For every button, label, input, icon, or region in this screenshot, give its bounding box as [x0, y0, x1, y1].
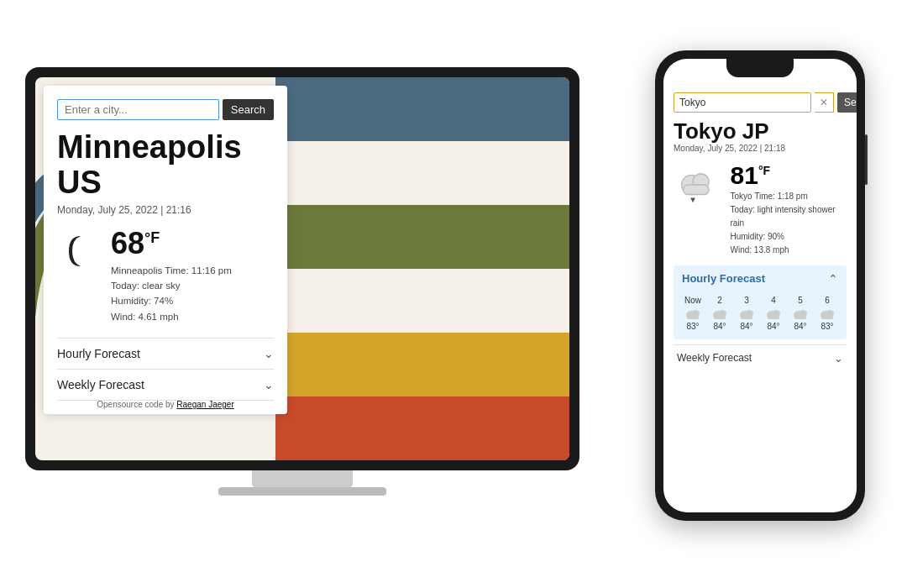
desktop-section: Search Minneapolis US Monday, July 25, 2… [25, 67, 579, 504]
hourly-cloud-icon [764, 307, 783, 320]
hourly-cloud-icon [684, 307, 702, 320]
desktop-hourly-chevron: ⌄ [264, 347, 274, 360]
phone-temperature: 81°F [731, 161, 847, 190]
desktop-footer-link[interactable]: Raegan Jaeger [176, 400, 233, 409]
phone-weather-main: 81°F Tokyo Time: 1:18 pm Today: light in… [674, 161, 847, 257]
list-item: 4 84° [764, 296, 783, 331]
phone-screen: ✕ Search Tokyo JP Monday, July 25, 2022 … [663, 59, 857, 512]
monitor-stand [252, 470, 353, 487]
stripe-blue [275, 77, 569, 141]
phone-content: ✕ Search Tokyo JP Monday, July 25, 2022 … [663, 59, 857, 512]
desktop-forecast-section: Hourly Forecast ⌄ Weekly Forecast ⌄ [57, 338, 274, 401]
hourly-cloud-icon [791, 307, 810, 320]
desktop-country: US [57, 165, 274, 201]
phone-hourly-section: Hourly Forecast ⌃ Now 83° [674, 265, 847, 339]
svg-rect-9 [714, 315, 726, 319]
desktop-hourly-row[interactable]: Hourly Forecast ⌄ [57, 339, 274, 370]
desktop-weather-card: Search Minneapolis US Monday, July 25, 2… [44, 86, 287, 414]
stripe-red [275, 396, 569, 460]
desktop-weekly-label: Weekly Forecast [57, 378, 144, 391]
desktop-datetime: Monday, July 25, 2022 | 21:16 [57, 204, 274, 216]
phone-temp-block: 81°F Tokyo Time: 1:18 pm Today: light in… [731, 161, 847, 257]
phone-clear-button[interactable]: ✕ [815, 92, 834, 113]
desktop-footer: Opensource code by Raegan Jaeger [44, 400, 287, 409]
phone-hourly-chevron-up: ⌃ [828, 272, 838, 286]
phone-hourly-label: Hourly Forecast [682, 272, 765, 285]
phone-search-button[interactable]: Search [837, 92, 857, 113]
phone-frame: ✕ Search Tokyo JP Monday, July 25, 2022 … [655, 50, 865, 521]
background-stripes [275, 77, 569, 460]
list-item: 5 84° [791, 296, 810, 331]
hourly-cloud-icon [737, 307, 756, 320]
phone-hourly-grid: Now 83° 2 [674, 292, 847, 339]
desktop-weather-icon [57, 229, 101, 273]
desktop-weekly-row[interactable]: Weekly Forecast ⌄ [57, 370, 274, 401]
svg-rect-12 [741, 315, 752, 319]
svg-rect-18 [794, 315, 806, 319]
list-item: 6 83° [818, 296, 836, 331]
phone-weather-details: Tokyo Time: 1:18 pm Today: light intensi… [731, 190, 847, 257]
svg-marker-3 [690, 197, 695, 202]
desktop-search-input[interactable] [57, 99, 219, 120]
phone-hourly-header[interactable]: Hourly Forecast ⌃ [674, 265, 847, 292]
list-item: 2 84° [710, 296, 729, 331]
phone-weekly-label: Weekly Forecast [677, 352, 752, 364]
phone-city: Tokyo JP [674, 119, 847, 144]
phone-notch [726, 59, 794, 77]
stripe-cream [275, 141, 569, 205]
stripe-cream2 [275, 269, 569, 333]
desktop-weather-details: Minneapolis Time: 11:16 pm Today: clear … [111, 263, 232, 325]
phone-datetime: Monday, July 25, 2022 | 21:18 [674, 144, 847, 153]
phone-search-input[interactable] [674, 92, 811, 113]
stripe-green [275, 205, 569, 269]
desktop-weekly-chevron: ⌄ [264, 378, 274, 391]
phone-search-row: ✕ Search [674, 92, 847, 113]
svg-rect-2 [684, 185, 710, 195]
desktop-hourly-label: Hourly Forecast [57, 347, 140, 360]
phone-power-button [865, 134, 868, 185]
desktop-search-button[interactable]: Search [223, 99, 274, 120]
hourly-cloud-icon [818, 307, 836, 320]
stripe-yellow [275, 333, 569, 396]
phone-weekly-section: Weekly Forecast ⌄ [674, 344, 847, 371]
phone-section: ✕ Search Tokyo JP Monday, July 25, 2022 … [655, 50, 865, 538]
monitor-base [218, 487, 386, 496]
desktop-city: Minneapolis [57, 130, 274, 165]
desktop-temp-block: 68°F Minneapolis Time: 11:16 pm Today: c… [111, 226, 232, 325]
phone-weather-icon [674, 161, 722, 212]
svg-rect-21 [821, 315, 833, 319]
desktop-search-row: Search [57, 99, 274, 120]
svg-rect-15 [768, 315, 779, 319]
list-item: 3 84° [737, 296, 756, 331]
phone-weekly-header[interactable]: Weekly Forecast ⌄ [674, 345, 847, 371]
monitor-screen: Search Minneapolis US Monday, July 25, 2… [35, 77, 569, 460]
desktop-temperature: 68°F [111, 226, 232, 261]
list-item: Now 83° [684, 296, 702, 331]
svg-rect-6 [687, 315, 699, 319]
phone-weekly-chevron: ⌄ [834, 352, 843, 365]
desktop-weather-main: 68°F Minneapolis Time: 11:16 pm Today: c… [57, 226, 274, 325]
hourly-cloud-icon [710, 307, 729, 320]
monitor-frame: Search Minneapolis US Monday, July 25, 2… [25, 67, 579, 470]
